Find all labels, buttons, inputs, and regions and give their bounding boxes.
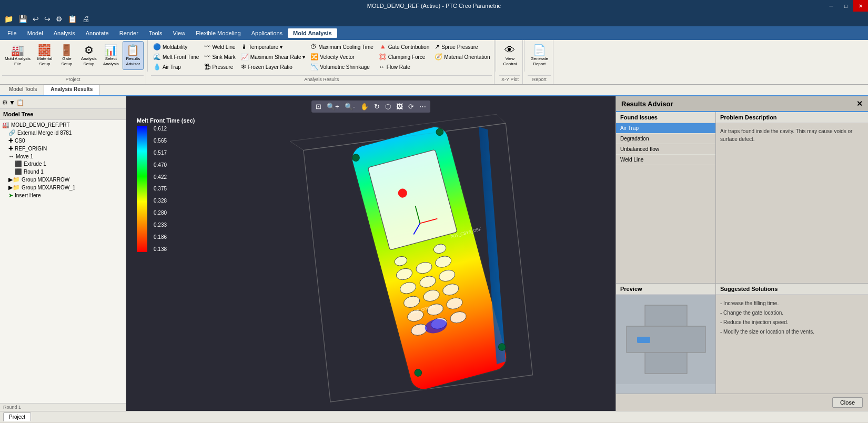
weld-line-btn[interactable]: 〰 Weld Line <box>202 42 237 52</box>
results-advisor-title: Results Advisor <box>621 100 673 108</box>
window-title: MOLD_DEMO_REF (Active) - PTC Creo Parame… <box>367 3 501 9</box>
mold-analysis-file-btn[interactable]: 🏭 Mold AnalysisFile <box>2 41 33 70</box>
qa-settings-btn[interactable]: ⚙ <box>54 14 65 24</box>
qa-undo-btn[interactable]: ↩ <box>31 14 41 24</box>
sprue-pressure-btn[interactable]: ↗ Sprue Pressure <box>432 42 492 52</box>
solution-1: - Increase the filling time. <box>720 299 864 308</box>
issue-air-trap[interactable]: Air Trap <box>616 123 715 134</box>
tree-item-insert[interactable]: ➤ Insert Here <box>0 192 126 199</box>
menu-flexible-modeling[interactable]: Flexible Modeling <box>190 28 246 38</box>
generate-report-btn[interactable]: 📄 GenerateReport <box>528 41 550 70</box>
description-panel: Problem Description Air traps found insi… <box>716 112 868 283</box>
ribbon-col-3: 🌡 Temperature ▾ 📈 Maximum Shear Rate ▾ ❄… <box>239 41 307 73</box>
velocity-icon: 🔀 <box>310 53 318 61</box>
pressure-btn[interactable]: 🗜 Pressure <box>202 62 237 72</box>
ribbon-group-xy-plot: 👁 ViewControl X-Y Plot <box>497 40 523 84</box>
tree-item-move1[interactable]: ↔ Move 1 <box>0 153 126 160</box>
tree-item-root[interactable]: 🏭 MOLD_DEMO_REF.PRT <box>0 121 126 129</box>
ctx-tab-analysis-results[interactable]: Analysis Results <box>44 85 99 95</box>
clamping-force-btn[interactable]: 💢 Clamping Force <box>377 52 431 62</box>
clamping-icon: 💢 <box>379 53 387 61</box>
tree-filter-icon[interactable]: ▼ <box>9 99 15 106</box>
menu-mold-analysis[interactable]: Mold Analysis <box>288 28 337 38</box>
results-advisor-header: Results Advisor ✕ <box>616 96 868 112</box>
3d-model: PRT_CSYS_DEF REF_ORIGIN <box>126 96 615 411</box>
menu-file[interactable]: File <box>2 28 22 38</box>
flow-rate-btn[interactable]: ↔ Flow Rate <box>377 62 431 72</box>
tree-item-cs0[interactable]: ✚ CS0 <box>0 137 126 145</box>
menu-analysis[interactable]: Analysis <box>48 28 80 38</box>
status-text: Round 1 <box>3 405 21 410</box>
issue-degradation[interactable]: Degradation <box>616 134 715 144</box>
tree-settings-icon[interactable]: ⚙ <box>2 99 8 106</box>
select-analysis-icon: 📊 <box>104 45 117 55</box>
qa-clipboard-btn[interactable]: 📋 <box>66 14 79 24</box>
tree-item-round1[interactable]: ⬛ Round 1 <box>0 168 126 176</box>
velocity-vector-btn[interactable]: 🔀 Velocity Vector <box>308 52 375 62</box>
close-btn[interactable]: ✕ <box>853 0 868 12</box>
maximize-btn[interactable]: □ <box>839 0 853 12</box>
volumetric-shrinkage-btn[interactable]: 📉 Volumetric Shrinkage <box>308 62 375 72</box>
menu-tools[interactable]: Tools <box>144 28 168 38</box>
qa-print-btn[interactable]: 🖨 <box>80 14 92 24</box>
menu-annotate[interactable]: Annotate <box>80 28 114 38</box>
results-advisor-btn[interactable]: 📋 ResultsAdvisor <box>123 41 144 70</box>
tree-title-label: Model Tree <box>3 111 33 117</box>
max-cooling-btn[interactable]: ⏱ Maximum Cooling Time <box>308 42 375 52</box>
menu-view[interactable]: View <box>167 28 190 38</box>
gate-setup-btn[interactable]: 🚪 GateSetup <box>56 41 77 70</box>
gate-icon: 🚪 <box>60 45 73 55</box>
select-analysis-btn[interactable]: 📊 SelectAnalysis <box>100 41 122 70</box>
preview-header: Preview <box>616 284 715 295</box>
ctx-tab-model-tools[interactable]: Model Tools <box>2 85 44 95</box>
menu-render[interactable]: Render <box>114 28 144 38</box>
tree-item-merge[interactable]: 🔗 External Merge id 8781 <box>0 129 126 137</box>
close-dialog-btn[interactable]: ✕ <box>856 99 863 108</box>
issues-panel: Found Issues Air Trap Degradation Unbala… <box>616 112 716 283</box>
preview-image <box>616 295 715 394</box>
qa-save-btn[interactable]: 💾 <box>16 14 29 24</box>
tab-project[interactable]: Project <box>3 412 31 421</box>
melt-front-time-btn[interactable]: 🌊 Melt Front Time <box>151 52 201 62</box>
sink-mark-btn[interactable]: 〰 Sink Mark <box>202 52 237 62</box>
view-control-btn[interactable]: 👁 ViewControl <box>499 41 520 70</box>
results-advisor-panel: Results Advisor ✕ Found Issues Air Trap … <box>615 96 868 411</box>
preview-svg <box>616 295 715 384</box>
shear-rate-btn[interactable]: 📈 Maximum Shear Rate ▾ <box>239 52 307 62</box>
issue-weld-line[interactable]: Weld Line <box>616 155 715 165</box>
window-controls: ─ □ ✕ <box>824 0 868 12</box>
solutions-text: - Increase the filling time. - Change th… <box>716 295 868 341</box>
air-trap-icon: 💧 <box>153 63 161 70</box>
minimize-btn[interactable]: ─ <box>824 0 839 12</box>
moldability-btn[interactable]: 🔵 Moldability <box>151 42 201 52</box>
close-dialog-button[interactable]: Close <box>832 397 863 408</box>
qa-file-btn[interactable]: 📁 <box>2 14 15 24</box>
temperature-icon: 🌡 <box>241 43 247 51</box>
tree-cols-icon[interactable]: 📋 <box>16 99 24 106</box>
tree-item-groupmdx1[interactable]: ▶📁 Group MDXARROW_1 <box>0 184 126 192</box>
viewport[interactable]: ⊡ 🔍+ 🔍- ✋ ↻ ⬡ 🖼 ⟳ ⋯ Melt Front Time (sec… <box>126 96 615 411</box>
analysis-setup-icon: ⚙ <box>84 45 94 55</box>
tree-item-extrude1[interactable]: ⬛ Extrude 1 <box>0 160 126 168</box>
tree-item-groupmdx[interactable]: ▶📁 Group MDXARROW <box>0 176 126 184</box>
temperature-btn[interactable]: 🌡 Temperature ▾ <box>239 42 307 52</box>
context-tabs: Model Tools Analysis Results <box>0 85 868 96</box>
menu-model[interactable]: Model <box>22 28 48 38</box>
issues-header: Found Issues <box>616 112 715 123</box>
analysis-setup-btn[interactable]: ⚙ AnalysisSetup <box>78 41 99 70</box>
status-bar: Round 1 <box>0 403 126 411</box>
material-orientation-btn[interactable]: 🧭 Material Orientation <box>432 52 492 62</box>
gate-contribution-btn[interactable]: 🔺 Gate Contribution <box>377 42 431 52</box>
air-trap-btn[interactable]: 💧 Air Trap <box>151 62 201 72</box>
results-advisor-content: Found Issues Air Trap Degradation Unbala… <box>616 112 868 283</box>
menu-applications[interactable]: Applications <box>246 28 288 38</box>
tree-item-ref-origin[interactable]: ✚ REF_ORIGIN <box>0 145 126 153</box>
sprue-icon: ↗ <box>435 43 440 51</box>
issue-unbalanced-flow[interactable]: Unbalanced flow <box>616 144 715 155</box>
groupmdx-icon: ▶📁 <box>8 176 20 183</box>
material-setup-btn[interactable]: 🧱 MaterialSetup <box>34 41 55 70</box>
qa-redo-btn[interactable]: ↪ <box>42 14 53 24</box>
description-text: Air traps found inside the cavity. This … <box>716 123 868 147</box>
material-orient-icon: 🧭 <box>435 53 442 61</box>
frozen-layer-btn[interactable]: ❄ Frozen Layer Ratio <box>239 62 307 72</box>
